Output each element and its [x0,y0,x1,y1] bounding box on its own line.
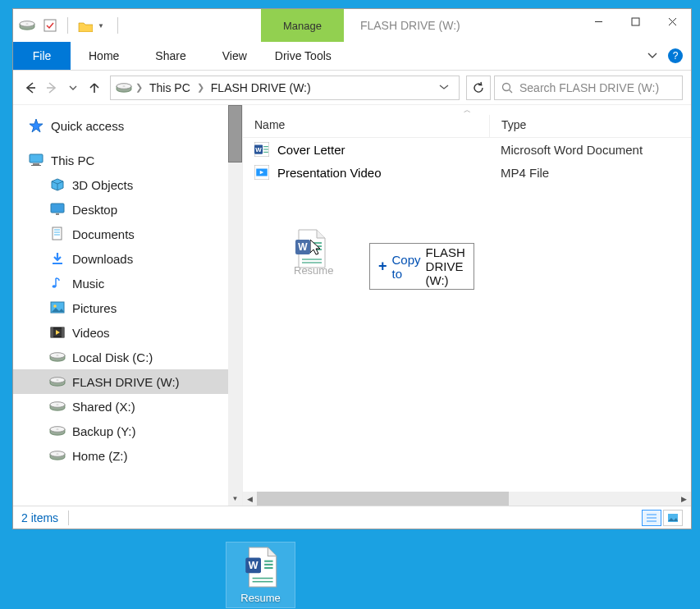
horizontal-scrollbar[interactable]: ◀ ▶ [243,492,691,506]
new-folder-icon[interactable] [76,16,94,34]
tree-label: Desktop [72,203,117,217]
svg-line-27 [510,89,513,93]
downloads-icon [49,250,66,267]
file-type: MP4 File [489,166,549,180]
window-title: FLASH DRIVE (W:) [344,9,460,42]
nav-scrollbar[interactable] [228,105,242,506]
navigation-pane: Quick access This PC 3D Objects Desktop … [13,105,243,506]
file-name: Cover Letter [277,143,345,157]
forward-button[interactable] [43,79,61,97]
quick-access-toolbar: ▼ [13,9,121,42]
up-button[interactable] [85,79,103,97]
cube-icon [49,176,66,193]
nav-scroll-thumb[interactable] [228,105,242,163]
refresh-button[interactable] [466,76,491,100]
svg-rect-30 [33,163,39,165]
drag-destination: FLASH DRIVE (W:) [426,245,465,287]
tree-desktop[interactable]: Desktop [13,197,242,222]
tree-label: Downloads [72,252,133,266]
drive-icon [18,16,36,34]
tree-label: Music [72,277,104,291]
address-dropdown-icon[interactable] [434,83,454,92]
tree-downloads[interactable]: Downloads [13,246,242,271]
video-file-icon [254,165,269,180]
share-tab[interactable]: Share [137,42,204,70]
address-bar[interactable]: ❯ This PC ❯ FLASH DRIVE (W:) [110,76,460,100]
chevron-right-icon[interactable]: ❯ [135,82,143,93]
column-name[interactable]: Name [243,115,489,137]
cursor-icon [310,240,323,256]
tree-music[interactable]: Music [13,271,242,295]
tree-label: Home (Z:) [72,449,128,463]
file-type: Microsoft Word Document [489,143,643,157]
tree-label: Pictures [72,301,117,315]
back-button[interactable] [21,79,39,97]
svg-rect-31 [31,165,41,166]
pictures-icon [49,300,66,316]
tree-pictures[interactable]: Pictures [13,295,242,320]
file-name: Presentation Video [277,166,381,180]
scroll-left-icon[interactable]: ◀ [243,492,257,506]
tree-local-disk[interactable]: Local Disk (C:) [13,345,242,369]
maximize-button[interactable] [617,9,654,34]
chevron-right-icon[interactable]: ❯ [197,82,204,93]
tree-quick-access[interactable]: Quick access [13,113,242,138]
recent-dropdown-icon[interactable] [64,79,82,97]
drive-tools-tab[interactable]: Drive Tools [265,42,341,70]
plus-icon: + [378,258,387,275]
scroll-right-icon[interactable]: ▶ [677,492,691,506]
tree-label: Documents [72,227,135,241]
tree-backup[interactable]: Backup (Y:) [13,419,242,443]
drag-tooltip: + Copy to FLASH DRIVE (W:) [369,243,474,290]
tree-3d-objects[interactable]: 3D Objects [13,172,242,197]
title-bar: ▼ Manage FLASH DRIVE (W:) [13,9,691,42]
home-tab[interactable]: Home [71,42,137,70]
tree-flash-drive[interactable]: FLASH DRIVE (W:) [13,369,242,394]
tree-this-pc[interactable]: This PC [13,148,242,172]
star-icon [28,117,44,134]
breadcrumb-current[interactable]: FLASH DRIVE (W:) [208,81,314,94]
file-list[interactable]: Cover Letter Microsoft Word Document Pre… [243,138,691,492]
drive-icon [116,81,132,94]
file-row[interactable]: Cover Letter Microsoft Word Document [243,138,691,161]
search-box[interactable]: Search FLASH DRIVE (W:) [494,76,683,100]
view-tab[interactable]: View [204,42,265,70]
details-view-button[interactable] [642,510,661,526]
item-count: 2 items [21,511,58,524]
tree-home[interactable]: Home (Z:) [13,443,242,468]
content-pane: ︿ Name Type Cover Letter Microsoft Word … [243,105,691,506]
tree-shared[interactable]: Shared (X:) [13,394,242,419]
scroll-down-icon[interactable]: ▼ [228,492,242,506]
svg-rect-34 [51,204,64,213]
svg-marker-28 [30,119,43,132]
file-row[interactable]: Presentation Video MP4 File [243,161,691,184]
tree-documents[interactable]: Documents [13,222,242,246]
search-placeholder: Search FLASH DRIVE (W:) [519,81,659,94]
ribbon-collapse-icon[interactable] [647,48,658,63]
qat-dropdown-icon[interactable]: ▼ [98,22,104,30]
explorer-window: ▼ Manage FLASH DRIVE (W:) File Home Shar… [12,8,692,529]
tree-label: Quick access [51,119,124,133]
thumbnails-view-button[interactable] [663,510,683,526]
file-tab[interactable]: File [13,42,71,70]
properties-icon[interactable] [41,16,59,34]
column-type[interactable]: Type [489,115,691,137]
disk-icon [49,423,66,439]
svg-point-43 [53,304,57,308]
svg-rect-36 [53,227,62,240]
svg-rect-35 [56,213,59,215]
collapse-caret-icon[interactable]: ︿ [243,105,691,115]
hscroll-thumb[interactable] [257,492,509,506]
documents-icon [49,226,66,242]
desktop-file-resume[interactable]: Resume [226,542,295,608]
minimize-button[interactable] [580,9,617,34]
close-button[interactable] [654,9,691,34]
ribbon-tabs: File Home Share View Drive Tools ? [13,42,691,71]
breadcrumb-this-pc[interactable]: This PC [146,81,194,94]
tree-videos[interactable]: Videos [13,320,242,345]
help-icon[interactable]: ? [668,48,683,63]
separator [67,17,68,34]
manage-context-tab[interactable]: Manage [261,9,344,42]
status-bar: 2 items [13,506,691,529]
svg-rect-46 [62,327,64,337]
